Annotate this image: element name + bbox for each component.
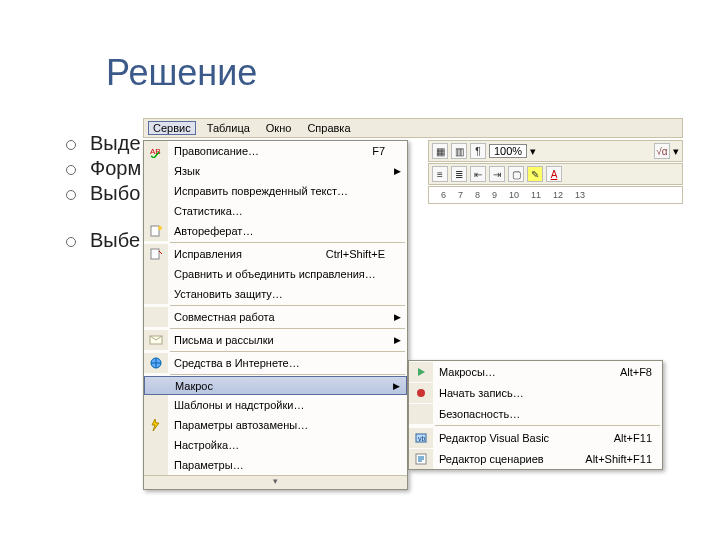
columns-icon[interactable]: ▥ xyxy=(451,143,467,159)
menu-service[interactable]: Сервис xyxy=(148,121,196,135)
menu-item[interactable]: Совместная работа▶ xyxy=(144,307,407,327)
menu-item[interactable]: Сравнить и объединить исправления… xyxy=(144,264,407,284)
menu-item[interactable]: Шаблоны и надстройки… xyxy=(144,395,407,415)
bulleted-list-icon[interactable]: ≣ xyxy=(451,166,467,182)
list-item: Выбо xyxy=(66,182,141,205)
svg-point-7 xyxy=(417,389,425,397)
menu-item[interactable]: Средства в Интернете… xyxy=(144,353,407,373)
menu-item[interactable]: Редактор сценариевAlt+Shift+F11 xyxy=(409,448,662,469)
menu-item[interactable]: ABПравописание…F7 xyxy=(144,141,407,161)
expand-chevrons-icon[interactable]: ▾ xyxy=(144,475,407,489)
blank-icon xyxy=(144,181,168,201)
menu-item[interactable]: Начать запись… xyxy=(409,382,662,403)
font-color-icon[interactable]: A xyxy=(546,166,562,182)
bullet-text: Форм xyxy=(90,157,141,180)
menu-item[interactable]: Макрос▶ xyxy=(144,376,407,395)
decrease-indent-icon[interactable]: ⇤ xyxy=(470,166,486,182)
menu-item-label: Правописание… xyxy=(168,145,372,157)
menu-item[interactable]: Параметры автозамены… xyxy=(144,415,407,435)
ruler-mark: 9 xyxy=(492,190,497,200)
menu-separator xyxy=(170,305,405,306)
increase-indent-icon[interactable]: ⇥ xyxy=(489,166,505,182)
standard-toolbar: ▦ ▥ ¶ 100% ▾ √α ▾ xyxy=(428,140,683,162)
menu-bar: Сервис Таблица Окно Справка xyxy=(143,118,683,138)
menu-item-label: Письма и рассылки xyxy=(168,334,407,346)
menu-item[interactable]: Письма и рассылки▶ xyxy=(144,330,407,350)
ruler-mark: 12 xyxy=(553,190,563,200)
menu-item[interactable]: Макросы…Alt+F8 xyxy=(409,361,662,382)
menu-item[interactable]: Язык▶ xyxy=(144,161,407,181)
menu-item-label: Средства в Интернете… xyxy=(168,357,407,369)
ruler: 6 7 8 9 10 11 12 13 xyxy=(428,186,683,204)
menu-item-label: Редактор сценариев xyxy=(433,453,585,465)
border-icon[interactable]: ▢ xyxy=(508,166,524,182)
menu-shortcut: Alt+Shift+F11 xyxy=(585,453,662,465)
formula-icon[interactable]: √α xyxy=(654,143,670,159)
table-icon[interactable]: ▦ xyxy=(432,143,448,159)
menu-item[interactable]: Установить защиту… xyxy=(144,284,407,304)
blank-icon xyxy=(144,161,168,181)
menu-item[interactable]: Параметры… xyxy=(144,455,407,475)
redline-icon xyxy=(144,244,168,264)
svg-rect-3 xyxy=(151,249,159,259)
paragraph-icon[interactable]: ¶ xyxy=(470,143,486,159)
zoom-level[interactable]: 100% xyxy=(489,144,527,158)
blank-icon xyxy=(144,435,168,455)
macro-submenu: Макросы…Alt+F8Начать запись…Безопасность… xyxy=(408,360,663,470)
menu-window[interactable]: Окно xyxy=(261,121,297,135)
submenu-arrow-icon: ▶ xyxy=(394,166,401,176)
page-sparkle-icon xyxy=(144,221,168,241)
ruler-mark: 8 xyxy=(475,190,480,200)
menu-item-label: Безопасность… xyxy=(433,408,662,420)
menu-item-label: Автореферат… xyxy=(168,225,407,237)
menu-item-label: Исправления xyxy=(168,248,326,260)
menu-item[interactable]: Статистика… xyxy=(144,201,407,221)
menu-shortcut: Alt+F11 xyxy=(614,432,662,444)
bullet-text: Выбо xyxy=(90,182,140,205)
numbered-list-icon[interactable]: ≡ xyxy=(432,166,448,182)
menu-shortcut: F7 xyxy=(372,145,407,157)
menu-item-label: Редактор Visual Basic xyxy=(433,432,614,444)
bullet-icon xyxy=(66,190,76,200)
menu-item-label: Статистика… xyxy=(168,205,407,217)
menu-item[interactable]: vbРедактор Visual BasicAlt+F11 xyxy=(409,427,662,448)
record-icon xyxy=(409,383,433,403)
menu-item[interactable]: Автореферат… xyxy=(144,221,407,241)
script-icon xyxy=(409,449,433,469)
svg-point-2 xyxy=(158,226,162,230)
blank-icon xyxy=(144,395,168,415)
menu-item[interactable]: ИсправленияCtrl+Shift+E xyxy=(144,244,407,264)
menu-separator xyxy=(170,351,405,352)
ruler-mark: 7 xyxy=(458,190,463,200)
vb-icon: vb xyxy=(409,428,433,448)
ruler-mark: 11 xyxy=(531,190,541,200)
bullet-icon xyxy=(66,165,76,175)
menu-table[interactable]: Таблица xyxy=(202,121,255,135)
menu-help[interactable]: Справка xyxy=(302,121,355,135)
menu-item[interactable]: Исправить поврежденный текст… xyxy=(144,181,407,201)
menu-shortcut: Ctrl+Shift+E xyxy=(326,248,407,260)
menu-item[interactable]: Настройка… xyxy=(144,435,407,455)
menu-shortcut: Alt+F8 xyxy=(620,366,662,378)
menu-item[interactable]: Безопасность… xyxy=(409,403,662,424)
list-item: Форм xyxy=(66,157,141,180)
highlight-icon[interactable]: ✎ xyxy=(527,166,543,182)
svg-rect-1 xyxy=(151,226,159,236)
ruler-mark: 6 xyxy=(441,190,446,200)
blank-icon xyxy=(144,307,168,327)
submenu-arrow-icon: ▶ xyxy=(393,381,400,391)
blank-icon xyxy=(409,404,433,424)
service-dropdown-menu: ABПравописание…F7Язык▶Исправить поврежде… xyxy=(143,140,408,490)
bullet-icon xyxy=(66,140,76,150)
word-window-overlay: Сервис Таблица Окно Справка ▦ ▥ ¶ 100% ▾… xyxy=(143,118,683,138)
menu-item-label: Параметры автозамены… xyxy=(168,419,407,431)
globe-icon xyxy=(144,353,168,373)
dropdown-arrow-icon[interactable]: ▾ xyxy=(673,145,679,158)
svg-marker-6 xyxy=(418,368,425,376)
list-item: Выбе xyxy=(66,229,141,252)
dropdown-arrow-icon[interactable]: ▾ xyxy=(530,145,536,158)
blank-icon xyxy=(145,376,169,396)
menu-item-label: Начать запись… xyxy=(433,387,662,399)
menu-item-label: Настройка… xyxy=(168,439,407,451)
submenu-arrow-icon: ▶ xyxy=(394,312,401,322)
